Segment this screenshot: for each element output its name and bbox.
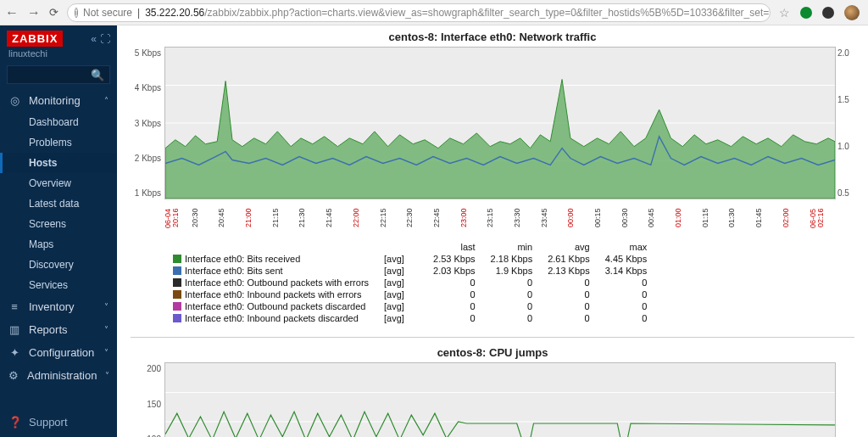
sidebar: ZABBIX « ⛶ linuxtechi 🔍 ◎Monitoring˄Dash… <box>0 25 117 437</box>
nav-item-discovery[interactable]: Discovery <box>0 255 117 275</box>
chart-title: centos-8: Interface eth0: Network traffi… <box>131 31 854 43</box>
y-axis-left: 5 Kbps4 Kbps3 Kbps2 Kbps1 Kbps <box>131 47 164 199</box>
site-info-icon[interactable]: i <box>75 8 78 18</box>
nav-item-overview[interactable]: Overview <box>0 173 117 193</box>
nav-item-latest-data[interactable]: Latest data <box>0 193 117 214</box>
nav-section-inventory[interactable]: ≡Inventory˅ <box>0 295 117 318</box>
nav-icon: ◎ <box>8 94 20 107</box>
chart-cpu-jumps: centos-8: CPU jumps 20015010050 <box>131 346 854 437</box>
nav-icon: ✦ <box>8 346 20 359</box>
chart-network-traffic: centos-8: Interface eth0: Network traffi… <box>131 31 854 325</box>
chart-separator <box>131 337 854 338</box>
collapse-sidebar-icon[interactable]: « <box>91 33 97 45</box>
extension-icon-1[interactable] <box>800 7 812 19</box>
forward-button[interactable]: → <box>27 5 41 20</box>
x-axis: 06-04 20:1620:3020:4521:0021:1521:3021:4… <box>164 199 836 237</box>
nav-item-screens[interactable]: Screens <box>0 214 117 234</box>
nav-section-administration[interactable]: ⚙Administration˅ <box>0 364 117 387</box>
chevron-icon: ˅ <box>105 371 109 380</box>
nav-item-dashboard[interactable]: Dashboard <box>0 112 117 132</box>
tenant-label: linuxtechi <box>0 48 117 64</box>
legend-table: lastminavgmaxInterface eth0: Bits receiv… <box>164 240 655 325</box>
nav-section-configuration[interactable]: ✦Configuration˅ <box>0 341 117 364</box>
browser-toolbar: ← → ⟳ i Not secure | 35.222.20.56/zabbix… <box>0 0 868 25</box>
back-button[interactable]: ← <box>5 5 19 20</box>
support-icon: ❓ <box>8 416 20 429</box>
support-link[interactable]: ❓ Support <box>0 407 117 437</box>
main-content: centos-8: Interface eth0: Network traffi… <box>117 25 868 437</box>
nav-icon: ▥ <box>8 323 20 336</box>
url-path: /zabbix/zabbix.php?action=charts.view&vi… <box>204 7 771 19</box>
chevron-icon: ˅ <box>104 325 108 334</box>
plot-area[interactable] <box>164 47 836 199</box>
chevron-icon: ˄ <box>104 96 108 105</box>
nav-icon: ⚙ <box>8 369 19 382</box>
extension-icon-2[interactable] <box>822 7 834 19</box>
sidebar-search[interactable]: 🔍 <box>7 65 110 84</box>
logo[interactable]: ZABBIX <box>7 31 63 47</box>
nav-icon: ≡ <box>8 300 20 313</box>
nav-item-services[interactable]: Services <box>0 275 117 295</box>
nav-item-hosts[interactable]: Hosts <box>0 153 117 173</box>
nav-section-reports[interactable]: ▥Reports˅ <box>0 318 117 341</box>
nav-item-problems[interactable]: Problems <box>0 132 117 153</box>
search-icon: 🔍 <box>91 69 104 81</box>
profile-avatar[interactable] <box>844 5 860 20</box>
url-host: 35.222.20.56 <box>145 7 204 19</box>
not-secure-label: Not secure <box>83 7 132 19</box>
y-axis-left: 20015010050 <box>131 362 164 437</box>
chevron-icon: ˅ <box>104 348 108 357</box>
nav-item-maps[interactable]: Maps <box>0 234 117 255</box>
chevron-icon: ˅ <box>104 302 108 311</box>
reload-button[interactable]: ⟳ <box>49 6 58 19</box>
address-bar[interactable]: i Not secure | 35.222.20.56/zabbix/zabbi… <box>67 3 771 22</box>
bookmark-icon[interactable]: ☆ <box>779 6 790 20</box>
nav-section-monitoring[interactable]: ◎Monitoring˄ <box>0 89 117 112</box>
y-axis-right: 2.01.51.00.5 <box>836 47 854 199</box>
y-axis-right <box>836 362 854 437</box>
fullscreen-icon[interactable]: ⛶ <box>100 33 110 45</box>
plot-area[interactable] <box>164 362 836 437</box>
chart-title: centos-8: CPU jumps <box>131 346 854 359</box>
support-label: Support <box>29 416 68 429</box>
